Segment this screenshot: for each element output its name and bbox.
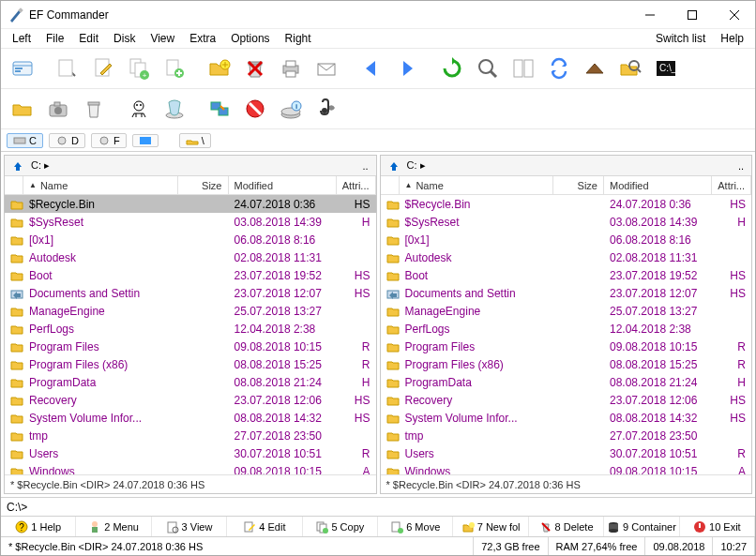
menu-right[interactable]: Right xyxy=(278,30,319,47)
menu-extra[interactable]: Extra xyxy=(182,30,223,47)
file-row[interactable]: System Volume Infor...08.08.2018 14:32HS xyxy=(381,409,752,427)
btn-refresh[interactable] xyxy=(436,53,468,84)
file-row[interactable]: Program Files09.08.2018 10:15R xyxy=(5,338,376,355)
btn-edit[interactable] xyxy=(87,53,119,84)
right-file-list[interactable]: $Recycle.Bin24.07.2018 0:36HS$SysReset03… xyxy=(381,195,752,474)
left-col-modified[interactable]: Modified xyxy=(229,176,337,194)
file-row[interactable]: tmp27.07.2018 23:50 xyxy=(5,427,376,444)
file-row[interactable]: $Recycle.Bin24.07.2018 0:36HS xyxy=(381,195,752,213)
btn-search[interactable] xyxy=(472,53,504,84)
command-line[interactable]: C:\> xyxy=(1,497,755,516)
fn-move[interactable]: 6 Move xyxy=(378,517,453,536)
btn-disconnect[interactable] xyxy=(239,93,271,125)
file-row[interactable]: PerfLogs12.04.2018 2:38 xyxy=(381,320,752,338)
file-row[interactable]: Users30.07.2018 10:51R xyxy=(381,444,752,462)
left-path[interactable]: C: ▸ xyxy=(31,159,355,172)
btn-back[interactable] xyxy=(355,53,387,84)
file-row[interactable]: ProgramData08.08.2018 21:24H xyxy=(381,373,752,391)
btn-print[interactable] xyxy=(275,53,307,84)
menu-switch-list[interactable]: Switch list xyxy=(648,30,713,47)
file-row[interactable]: Boot23.07.2018 19:52HS xyxy=(5,266,376,284)
menu-left[interactable]: Left xyxy=(5,30,38,47)
left-file-list[interactable]: $Recycle.Bin24.07.2018 0:36HS$SysReset03… xyxy=(5,195,376,474)
menu-view[interactable]: View xyxy=(143,30,182,47)
btn-mail[interactable] xyxy=(310,53,342,84)
menu-help[interactable]: Help xyxy=(713,30,751,47)
file-row[interactable]: Autodesk02.08.2018 11:31 xyxy=(5,248,376,266)
fn-delete[interactable]: 8 Delete xyxy=(529,517,604,536)
file-row[interactable]: tmp27.07.2018 23:50 xyxy=(381,427,752,444)
right-up-button[interactable] xyxy=(385,160,403,172)
left-col-attr[interactable]: Attri... xyxy=(337,176,376,194)
btn-forward[interactable] xyxy=(391,53,423,84)
file-row[interactable]: System Volume Infor...08.08.2018 14:32HS xyxy=(5,409,376,427)
file-row[interactable]: ManageEngine25.07.2018 13:27 xyxy=(381,302,752,320)
btn-console[interactable]: C:\_ xyxy=(650,53,682,84)
file-row[interactable]: Recovery23.07.2018 12:06HS xyxy=(5,391,376,409)
fn-exit[interactable]: 10 Exit xyxy=(680,517,755,536)
file-row[interactable]: Documents and Settin23.07.2018 12:07HS xyxy=(381,284,752,302)
fn-copy[interactable]: 5 Copy xyxy=(303,517,378,536)
file-row[interactable]: ManageEngine25.07.2018 13:27 xyxy=(5,302,376,320)
minimize-button[interactable] xyxy=(628,1,671,28)
btn-properties[interactable] xyxy=(7,53,38,84)
btn-wipe[interactable] xyxy=(159,93,190,125)
maximize-button[interactable] xyxy=(671,1,713,28)
file-row[interactable]: Windows09.08.2018 10:15A xyxy=(5,462,376,474)
right-col-modified[interactable]: Modified xyxy=(604,176,712,194)
file-row[interactable]: PerfLogs12.04.2018 2:38 xyxy=(5,320,376,338)
btn-find-files[interactable] xyxy=(614,53,646,84)
btn-delete[interactable] xyxy=(239,53,271,84)
btn-view[interactable] xyxy=(52,53,83,84)
btn-compare[interactable] xyxy=(507,53,539,84)
menu-file[interactable]: File xyxy=(38,30,71,47)
menu-disk[interactable]: Disk xyxy=(106,30,143,47)
btn-pack[interactable] xyxy=(579,53,611,84)
btn-info[interactable]: i xyxy=(275,93,307,125)
file-row[interactable]: Users30.07.2018 10:51R xyxy=(5,444,376,462)
menu-options[interactable]: Options xyxy=(223,30,277,47)
file-row[interactable]: Autodesk02.08.2018 11:31 xyxy=(381,248,752,266)
left-col-size[interactable]: Size xyxy=(178,176,229,194)
fn-newfolder[interactable]: 7 New fol xyxy=(453,517,528,536)
file-row[interactable]: [0x1]06.08.2018 8:16 xyxy=(381,231,752,248)
drive-d[interactable]: D xyxy=(49,133,85,148)
fn-menu[interactable]: 2 Menu xyxy=(76,517,151,536)
btn-camera[interactable] xyxy=(42,93,74,125)
drive-desktop[interactable] xyxy=(132,134,159,147)
file-row[interactable]: $Recycle.Bin24.07.2018 0:36HS xyxy=(5,195,376,213)
fn-view[interactable]: 3 View xyxy=(152,517,227,536)
file-row[interactable]: ProgramData08.08.2018 21:24H xyxy=(5,373,376,391)
right-col-name[interactable]: ▲Name xyxy=(400,176,554,194)
file-row[interactable]: Recovery23.07.2018 12:06HS xyxy=(381,391,752,409)
file-row[interactable]: Program Files09.08.2018 10:15R xyxy=(381,338,752,355)
fn-help[interactable]: ?1 Help xyxy=(1,517,76,536)
close-button[interactable] xyxy=(713,1,755,28)
file-row[interactable]: $SysReset03.08.2018 14:39H xyxy=(381,213,752,231)
btn-copy[interactable]: + xyxy=(123,53,155,84)
right-history-button[interactable]: .. xyxy=(734,160,748,172)
btn-explorer[interactable] xyxy=(7,93,38,125)
fn-container[interactable]: 9 Container xyxy=(604,517,679,536)
fn-edit[interactable]: 4 Edit xyxy=(227,517,302,536)
file-row[interactable]: Boot23.07.2018 19:52HS xyxy=(381,266,752,284)
file-row[interactable]: Windows09.08.2018 10:15A xyxy=(381,462,752,474)
right-col-attr[interactable]: Attri... xyxy=(712,176,751,194)
btn-network-share[interactable] xyxy=(204,93,235,125)
file-row[interactable]: Program Files (x86)08.08.2018 15:25R xyxy=(5,355,376,373)
drive-f[interactable]: F xyxy=(91,133,127,148)
right-path[interactable]: C: ▸ xyxy=(407,159,731,172)
btn-move[interactable] xyxy=(159,53,190,84)
drive-c[interactable]: C xyxy=(7,133,43,148)
left-history-button[interactable]: .. xyxy=(358,160,371,172)
btn-recycle[interactable] xyxy=(78,93,110,125)
file-row[interactable]: Program Files (x86)08.08.2018 15:25R xyxy=(381,355,752,373)
btn-sync[interactable] xyxy=(543,53,575,84)
menu-edit[interactable]: Edit xyxy=(71,30,106,47)
left-col-name[interactable]: ▲Name xyxy=(23,176,178,194)
left-up-button[interactable] xyxy=(8,160,27,172)
file-row[interactable]: Documents and Settin23.07.2018 12:07HS xyxy=(5,284,376,302)
right-col-size[interactable]: Size xyxy=(553,176,604,194)
btn-media[interactable] xyxy=(310,93,342,125)
btn-new-folder[interactable] xyxy=(204,53,235,84)
